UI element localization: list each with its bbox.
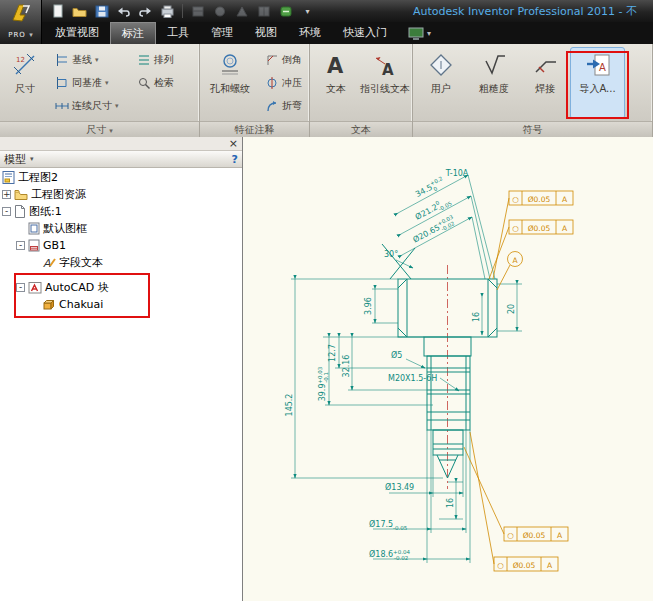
hole-thread-notes-button[interactable]: 孔和螺纹 bbox=[204, 47, 256, 119]
bend-icon bbox=[265, 99, 279, 113]
tab-annotate[interactable]: 标注 bbox=[110, 22, 156, 44]
collapse-minus-icon[interactable]: - bbox=[2, 207, 11, 216]
dim-145-2[interactable]: 145.2 bbox=[285, 394, 294, 417]
import-autocad-button[interactable]: A 导入A... bbox=[570, 47, 625, 119]
help-icon[interactable]: ? bbox=[232, 153, 238, 166]
chamfer-note-button[interactable]: 倒角 bbox=[262, 49, 305, 70]
tree-item-gb1[interactable]: - GB1 bbox=[0, 237, 242, 254]
svg-text:A: A bbox=[43, 257, 51, 269]
tab-manage[interactable]: 管理 bbox=[200, 22, 244, 44]
dim-12-7[interactable]: 12.7 bbox=[328, 344, 337, 362]
toolbar-button-disabled[interactable] bbox=[210, 3, 229, 20]
ribbon-appearance-toggle[interactable]: ▾ bbox=[408, 22, 431, 44]
tree-item-autocad-block[interactable]: - AutoCAD 块 bbox=[0, 279, 242, 296]
dim-dia-17-5[interactable]: Ø17.5-0.05 bbox=[369, 519, 408, 531]
dim-angle-30[interactable]: 30° bbox=[384, 250, 398, 259]
save-button[interactable] bbox=[92, 3, 111, 20]
dim-16-lower[interactable]: 16 bbox=[446, 498, 455, 508]
toolbar-button-disabled[interactable] bbox=[254, 3, 273, 20]
chain-dimension-icon bbox=[55, 99, 69, 113]
dim-thread-m20[interactable]: M20X1.5-6H bbox=[388, 374, 437, 383]
gdt-frame-1[interactable]: ○ Ø0.05 A bbox=[509, 191, 573, 205]
svg-text:A: A bbox=[562, 195, 568, 204]
svg-text:Ø0.05: Ø0.05 bbox=[528, 224, 551, 233]
dim-dia-5[interactable]: Ø5 bbox=[391, 350, 402, 360]
drawing-canvas[interactable]: T-10A 34.5+0.20 Ø21.20-0.05 Ø20.65+0.03-… bbox=[243, 137, 653, 601]
surface-roughness-icon bbox=[481, 52, 507, 78]
panel-footer-symbols[interactable]: 符号 bbox=[413, 121, 652, 137]
panel-footer-dimension[interactable]: 尺寸 ▾ bbox=[0, 121, 199, 137]
dim-20[interactable]: 20 bbox=[507, 304, 516, 314]
arrange-button[interactable]: 排列 bbox=[134, 49, 177, 70]
panel-title: 尺寸 bbox=[86, 124, 106, 135]
dim-32-16[interactable]: 32.16 bbox=[342, 355, 351, 378]
dim-39-9[interactable]: 39.9+0.03-0.1 bbox=[317, 366, 330, 401]
tab-view[interactable]: 视图 bbox=[244, 22, 288, 44]
dim-3-96[interactable]: 3.96 bbox=[364, 297, 373, 315]
user-symbol-button[interactable]: 用户 bbox=[418, 47, 464, 119]
chevron-down-icon: ▾ bbox=[29, 31, 33, 39]
tree-item-sheet1[interactable]: - 图纸:1 bbox=[0, 203, 242, 220]
application-menu-button[interactable]: PRO ▾ bbox=[0, 0, 42, 44]
dim-dia-13-49[interactable]: Ø13.49 bbox=[385, 482, 414, 492]
gdt-frame-4[interactable]: ○ Ø0.05 A bbox=[494, 557, 558, 571]
gdt-frame-3[interactable]: ○ Ø0.05 A bbox=[504, 527, 568, 541]
tab-get-started[interactable]: 快速入门 bbox=[332, 22, 398, 44]
same-datum-dimension-button[interactable]: 同基准 ▾ bbox=[52, 72, 112, 93]
tree-item-label: Chakuai bbox=[59, 298, 103, 311]
tab-tools[interactable]: 工具 bbox=[156, 22, 200, 44]
dimension-lines[interactable] bbox=[295, 175, 517, 559]
print-button[interactable] bbox=[158, 3, 177, 20]
chevron-down-icon: ▾ bbox=[115, 102, 119, 110]
dim-34-5[interactable]: 34.5+0.20 bbox=[413, 175, 446, 201]
panel-dimension: 12 尺寸 基线 ▾ 同基准 ▾ 连续尺寸 ▾ 排列 bbox=[0, 44, 200, 137]
button-label: 焊接 bbox=[535, 82, 555, 96]
tree-item-default-border[interactable]: 默认图框 bbox=[0, 220, 242, 237]
surface-roughness-button[interactable]: 粗糙度 bbox=[469, 47, 519, 119]
chain-dimension-button[interactable]: 连续尺寸 ▾ bbox=[52, 95, 122, 116]
undo-button[interactable] bbox=[114, 3, 133, 20]
window-title: Autodesk Inventor Professional 2011 - 不 bbox=[413, 4, 637, 19]
retrieve-button[interactable]: 检索 bbox=[134, 72, 177, 93]
leader-text-button[interactable]: A 指引线文本 bbox=[359, 47, 411, 119]
toolbar-button-disabled[interactable] bbox=[188, 3, 207, 20]
tool-icon bbox=[213, 5, 227, 18]
panel-footer-feature-notes[interactable]: 特征注释 bbox=[200, 121, 309, 137]
qat-customize-caret[interactable]: ▾ bbox=[298, 3, 317, 20]
bend-note-button[interactable]: 折弯 bbox=[262, 95, 305, 116]
autocad-block-icon bbox=[28, 281, 42, 294]
svg-text:○: ○ bbox=[512, 224, 519, 233]
dim-16-head[interactable]: 16 bbox=[472, 312, 481, 322]
open-button[interactable] bbox=[70, 3, 89, 20]
punch-note-button[interactable]: 冲压 bbox=[262, 72, 305, 93]
close-icon[interactable]: × bbox=[229, 137, 238, 150]
datum-a-symbol[interactable]: A bbox=[508, 252, 523, 267]
tab-environments[interactable]: 环境 bbox=[288, 22, 332, 44]
view-title[interactable]: T-10A bbox=[445, 169, 469, 178]
tree-item-chakuai[interactable]: Chakuai bbox=[0, 296, 242, 313]
tree-item-drawing-resources[interactable]: + 工程图资源 bbox=[0, 186, 242, 203]
toolbar-button-disabled[interactable] bbox=[232, 3, 251, 20]
new-file-button[interactable] bbox=[48, 3, 67, 20]
tree-item-field-text[interactable]: A 字段文本 bbox=[0, 254, 242, 271]
gdt-frame-2[interactable]: ○ Ø0.05 A bbox=[509, 220, 573, 234]
button-label: 指引线文本 bbox=[360, 82, 410, 96]
svg-text:Ø0.05: Ø0.05 bbox=[523, 531, 546, 540]
panel-footer-text[interactable]: 文本 bbox=[310, 121, 412, 137]
chevron-down-icon: ▾ bbox=[95, 56, 99, 64]
text-button[interactable]: A 文本 bbox=[315, 47, 357, 119]
collapse-minus-icon[interactable]: - bbox=[16, 241, 25, 250]
tab-place-views[interactable]: 放置视图 bbox=[44, 22, 110, 44]
toolbar-button[interactable] bbox=[276, 3, 295, 20]
part-geometry[interactable] bbox=[382, 244, 497, 478]
collapse-minus-icon[interactable]: - bbox=[16, 283, 25, 292]
dimension-button[interactable]: 12 尺寸 bbox=[3, 47, 47, 119]
tool-icon bbox=[235, 5, 249, 18]
browser-header[interactable]: 模型 ▾ ? bbox=[0, 151, 242, 168]
panel-title: 特征注释 bbox=[235, 124, 275, 135]
weld-symbol-button[interactable]: 焊接 bbox=[523, 47, 567, 119]
redo-button[interactable] bbox=[136, 3, 155, 20]
baseline-dimension-button[interactable]: 基线 ▾ bbox=[52, 49, 102, 70]
expand-plus-icon[interactable]: + bbox=[2, 190, 11, 199]
tree-item-drawing2[interactable]: 工程图2 bbox=[0, 169, 242, 186]
